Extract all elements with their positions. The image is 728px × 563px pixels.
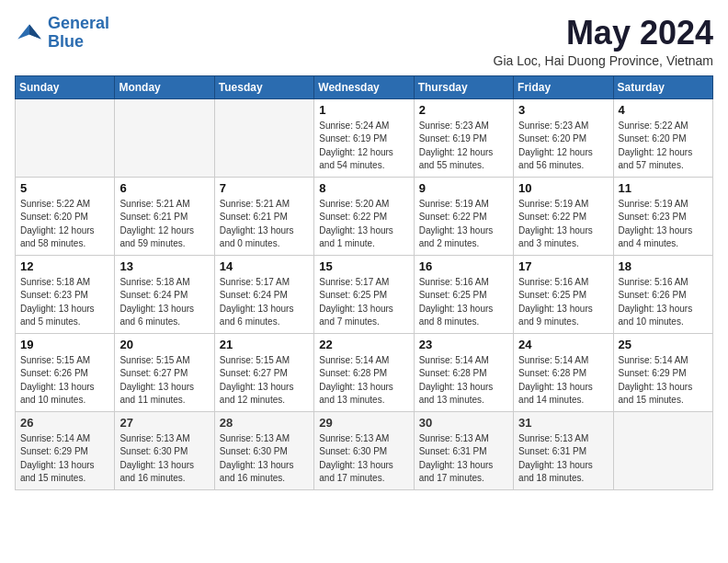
calendar-day: 26Sunrise: 5:14 AM Sunset: 6:29 PM Dayli… [16, 411, 115, 489]
day-number: 31 [518, 416, 608, 430]
day-info: Sunrise: 5:14 AM Sunset: 6:28 PM Dayligh… [319, 354, 408, 408]
day-info: Sunrise: 5:19 AM Sunset: 6:22 PM Dayligh… [518, 198, 608, 251]
calendar-header-row: Sunday Monday Tuesday Wednesday Thursday… [16, 75, 713, 98]
col-sunday: Sunday [16, 75, 115, 98]
month-title: May 2024 [494, 15, 713, 52]
calendar-day: 8Sunrise: 5:20 AM Sunset: 6:22 PM Daylig… [314, 177, 414, 255]
day-number: 12 [20, 259, 109, 273]
day-info: Sunrise: 5:19 AM Sunset: 6:22 PM Dayligh… [419, 198, 508, 251]
day-number: 18 [619, 259, 708, 273]
calendar-day: 31Sunrise: 5:13 AM Sunset: 6:31 PM Dayli… [514, 411, 613, 489]
day-number: 6 [119, 181, 209, 195]
day-info: Sunrise: 5:18 AM Sunset: 6:23 PM Dayligh… [20, 276, 109, 329]
day-number: 3 [518, 103, 608, 117]
day-number: 10 [518, 181, 608, 195]
calendar-day: 28Sunrise: 5:13 AM Sunset: 6:30 PM Dayli… [214, 411, 313, 489]
day-number: 7 [220, 181, 309, 195]
day-number: 8 [319, 181, 408, 195]
day-info: Sunrise: 5:13 AM Sunset: 6:31 PM Dayligh… [518, 432, 608, 486]
day-info: Sunrise: 5:15 AM Sunset: 6:27 PM Dayligh… [220, 354, 309, 408]
day-number: 29 [319, 416, 408, 430]
calendar-day: 27Sunrise: 5:13 AM Sunset: 6:30 PM Dayli… [115, 411, 214, 489]
day-number: 20 [119, 338, 209, 351]
calendar-day: 23Sunrise: 5:14 AM Sunset: 6:28 PM Dayli… [414, 333, 513, 411]
calendar-day: 18Sunrise: 5:16 AM Sunset: 6:26 PM Dayli… [613, 255, 712, 333]
day-number: 5 [20, 181, 109, 195]
calendar-table: Sunday Monday Tuesday Wednesday Thursday… [15, 75, 713, 490]
logo: General Blue [15, 15, 109, 52]
day-info: Sunrise: 5:13 AM Sunset: 6:31 PM Dayligh… [419, 432, 508, 486]
day-info: Sunrise: 5:13 AM Sunset: 6:30 PM Dayligh… [119, 432, 209, 486]
calendar-day: 2Sunrise: 5:23 AM Sunset: 6:19 PM Daylig… [414, 98, 513, 177]
calendar-day: 12Sunrise: 5:18 AM Sunset: 6:23 PM Dayli… [16, 255, 115, 333]
calendar-day [115, 98, 214, 177]
calendar-day: 20Sunrise: 5:15 AM Sunset: 6:27 PM Dayli… [115, 333, 214, 411]
col-wednesday: Wednesday [314, 75, 414, 98]
day-number: 9 [419, 181, 508, 195]
day-info: Sunrise: 5:15 AM Sunset: 6:27 PM Dayligh… [119, 354, 209, 408]
calendar-day: 6Sunrise: 5:21 AM Sunset: 6:21 PM Daylig… [115, 177, 214, 255]
calendar-day: 9Sunrise: 5:19 AM Sunset: 6:22 PM Daylig… [414, 177, 513, 255]
col-thursday: Thursday [414, 75, 513, 98]
calendar-day: 19Sunrise: 5:15 AM Sunset: 6:26 PM Dayli… [16, 333, 115, 411]
day-number: 13 [119, 259, 209, 273]
day-number: 1 [319, 103, 408, 117]
calendar-day: 22Sunrise: 5:14 AM Sunset: 6:28 PM Dayli… [314, 333, 414, 411]
day-number: 14 [220, 259, 309, 273]
calendar-day [613, 411, 712, 489]
day-info: Sunrise: 5:21 AM Sunset: 6:21 PM Dayligh… [220, 198, 309, 251]
day-number: 25 [619, 338, 708, 351]
logo-text: General Blue [48, 15, 109, 52]
calendar-day: 13Sunrise: 5:18 AM Sunset: 6:24 PM Dayli… [115, 255, 214, 333]
calendar-week-row: 5Sunrise: 5:22 AM Sunset: 6:20 PM Daylig… [16, 177, 713, 255]
col-friday: Friday [514, 75, 613, 98]
day-number: 15 [319, 259, 408, 273]
svg-marker-1 [29, 24, 41, 39]
day-number: 4 [619, 103, 708, 117]
day-number: 22 [319, 338, 408, 351]
day-info: Sunrise: 5:20 AM Sunset: 6:22 PM Dayligh… [319, 198, 408, 251]
day-info: Sunrise: 5:16 AM Sunset: 6:25 PM Dayligh… [419, 276, 508, 329]
day-info: Sunrise: 5:16 AM Sunset: 6:26 PM Dayligh… [619, 276, 708, 329]
day-number: 11 [619, 181, 708, 195]
col-monday: Monday [115, 75, 214, 98]
day-info: Sunrise: 5:13 AM Sunset: 6:30 PM Dayligh… [319, 432, 408, 486]
calendar-day: 21Sunrise: 5:15 AM Sunset: 6:27 PM Dayli… [214, 333, 313, 411]
title-block: May 2024 Gia Loc, Hai Duong Province, Vi… [494, 15, 713, 68]
day-info: Sunrise: 5:19 AM Sunset: 6:23 PM Dayligh… [619, 198, 708, 251]
day-info: Sunrise: 5:14 AM Sunset: 6:28 PM Dayligh… [419, 354, 508, 408]
calendar-week-row: 26Sunrise: 5:14 AM Sunset: 6:29 PM Dayli… [16, 411, 713, 489]
day-number: 23 [419, 338, 508, 351]
day-info: Sunrise: 5:21 AM Sunset: 6:21 PM Dayligh… [119, 198, 209, 251]
day-info: Sunrise: 5:15 AM Sunset: 6:26 PM Dayligh… [20, 354, 109, 408]
day-info: Sunrise: 5:16 AM Sunset: 6:25 PM Dayligh… [518, 276, 608, 329]
calendar-day [16, 98, 115, 177]
day-number: 30 [419, 416, 508, 430]
calendar-day: 7Sunrise: 5:21 AM Sunset: 6:21 PM Daylig… [214, 177, 313, 255]
day-number: 27 [119, 416, 209, 430]
day-info: Sunrise: 5:14 AM Sunset: 6:28 PM Dayligh… [518, 354, 608, 408]
day-number: 26 [20, 416, 109, 430]
day-info: Sunrise: 5:13 AM Sunset: 6:30 PM Dayligh… [220, 432, 309, 486]
day-info: Sunrise: 5:17 AM Sunset: 6:25 PM Dayligh… [319, 276, 408, 329]
day-info: Sunrise: 5:23 AM Sunset: 6:20 PM Dayligh… [518, 120, 608, 173]
calendar-day: 17Sunrise: 5:16 AM Sunset: 6:25 PM Dayli… [514, 255, 613, 333]
day-number: 21 [220, 338, 309, 351]
page-header: General Blue May 2024 Gia Loc, Hai Duong… [15, 15, 713, 68]
day-number: 17 [518, 259, 608, 273]
calendar-week-row: 1Sunrise: 5:24 AM Sunset: 6:19 PM Daylig… [16, 98, 713, 177]
calendar-day: 24Sunrise: 5:14 AM Sunset: 6:28 PM Dayli… [514, 333, 613, 411]
day-number: 28 [220, 416, 309, 430]
col-tuesday: Tuesday [214, 75, 313, 98]
calendar-day: 15Sunrise: 5:17 AM Sunset: 6:25 PM Dayli… [314, 255, 414, 333]
day-number: 24 [518, 338, 608, 351]
logo-icon [15, 18, 44, 48]
day-info: Sunrise: 5:17 AM Sunset: 6:24 PM Dayligh… [220, 276, 309, 329]
calendar-week-row: 19Sunrise: 5:15 AM Sunset: 6:26 PM Dayli… [16, 333, 713, 411]
calendar-day: 10Sunrise: 5:19 AM Sunset: 6:22 PM Dayli… [514, 177, 613, 255]
col-saturday: Saturday [613, 75, 712, 98]
calendar-day: 11Sunrise: 5:19 AM Sunset: 6:23 PM Dayli… [613, 177, 712, 255]
day-number: 2 [419, 103, 508, 117]
day-info: Sunrise: 5:23 AM Sunset: 6:19 PM Dayligh… [419, 120, 508, 173]
calendar-day: 5Sunrise: 5:22 AM Sunset: 6:20 PM Daylig… [16, 177, 115, 255]
